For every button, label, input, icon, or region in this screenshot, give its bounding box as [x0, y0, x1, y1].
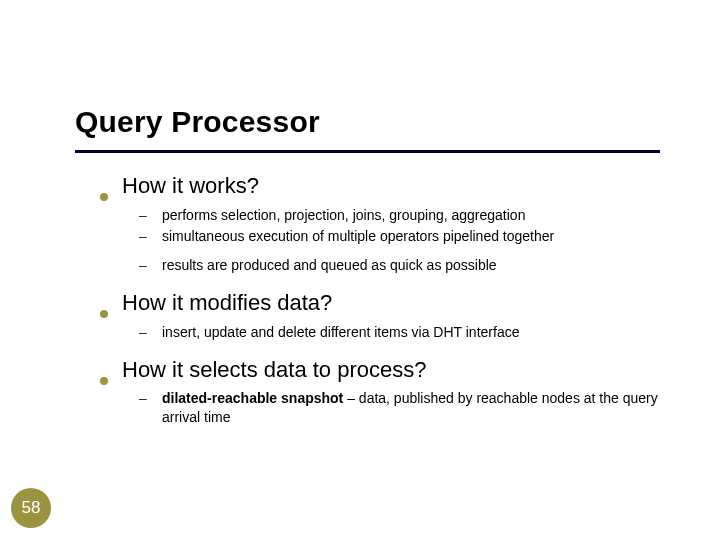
- slide-body: How it works? – performs selection, proj…: [100, 172, 690, 441]
- emphasis-text: dilated-reachable snapshot: [162, 390, 343, 406]
- title-underline: [75, 150, 660, 153]
- bullet-level1: How it works?: [100, 172, 690, 200]
- disc-bullet-icon: [100, 310, 108, 318]
- dash-bullet-icon: –: [138, 390, 148, 406]
- level1-text: How it modifies data?: [122, 289, 332, 317]
- bullet-level2: – insert, update and delete different it…: [138, 323, 690, 342]
- bullet-level2: – dilated-reachable snapshot – data, pub…: [138, 389, 690, 427]
- slide-title: Query Processor: [75, 105, 320, 139]
- level2-text: insert, update and delete different item…: [162, 323, 519, 342]
- disc-bullet-icon: [100, 193, 108, 201]
- page-number: 58: [22, 498, 41, 518]
- bullet-level2: – results are produced and queued as qui…: [138, 256, 690, 275]
- bullet-level1: How it selects data to process?: [100, 356, 690, 384]
- bullet-level2: – simultaneous execution of multiple ope…: [138, 227, 690, 246]
- level2-text: dilated-reachable snapshot – data, publi…: [162, 389, 690, 427]
- sub-bullets: – insert, update and delete different it…: [138, 323, 690, 342]
- sub-bullets: – dilated-reachable snapshot – data, pub…: [138, 389, 690, 427]
- dash-bullet-icon: –: [138, 207, 148, 223]
- dash-bullet-icon: –: [138, 324, 148, 340]
- level1-text: How it selects data to process?: [122, 356, 426, 384]
- sub-bullets: – performs selection, projection, joins,…: [138, 206, 690, 276]
- bullet-level2: – performs selection, projection, joins,…: [138, 206, 690, 225]
- level1-text: How it works?: [122, 172, 259, 200]
- bullet-level1: How it modifies data?: [100, 289, 690, 317]
- dash-bullet-icon: –: [138, 257, 148, 273]
- disc-bullet-icon: [100, 377, 108, 385]
- dash-bullet-icon: –: [138, 228, 148, 244]
- level2-text: results are produced and queued as quick…: [162, 256, 497, 275]
- level2-text: simultaneous execution of multiple opera…: [162, 227, 554, 246]
- level2-text: performs selection, projection, joins, g…: [162, 206, 525, 225]
- page-number-badge: 58: [11, 488, 51, 528]
